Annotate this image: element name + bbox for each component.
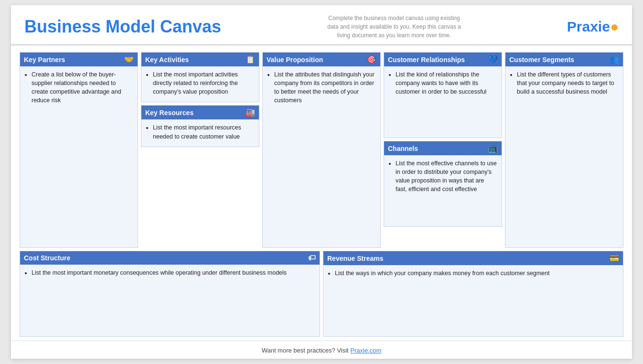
key-activities-header: Key Activities 📋 xyxy=(141,53,259,66)
logo: Praxie● xyxy=(567,19,619,35)
cost-structure-item: List the most important monetary consequ… xyxy=(32,268,315,277)
customer-segments-cell: Customer Segments 👥 List the different t… xyxy=(505,52,623,248)
value-proposition-body: List the attributes that distinguish you… xyxy=(263,66,380,247)
value-proposition-header: Value Proposition 🎯 xyxy=(263,53,380,66)
key-resources-cell: Key Resources 🏭 List the most important … xyxy=(141,105,259,147)
customer-segments-header: Customer Segments 👥 xyxy=(505,53,623,66)
col-cr-ch: Customer Relationships 💙 List the kind o… xyxy=(384,52,502,248)
customer-segments-icon: 👥 xyxy=(610,55,619,64)
key-partners-item: Create a list below of the buyer-supplie… xyxy=(32,70,133,105)
footer: Want more best practices? Visit Praxie.c… xyxy=(11,341,632,359)
revenue-streams-header: Revenue Streams 💳 xyxy=(323,251,623,265)
key-activities-icon: 📋 xyxy=(246,55,255,64)
canvas-area: Key Partners 🤝 Create a list below of th… xyxy=(11,45,632,337)
value-proposition-title: Value Proposition xyxy=(267,56,323,64)
key-partners-header: Key Partners 🤝 xyxy=(20,53,138,66)
customer-segments-title: Customer Segments xyxy=(509,56,574,64)
customer-segments-body: List the different types of customers th… xyxy=(505,66,623,247)
channels-cell: Channels 📺 List the most effective chann… xyxy=(384,141,502,227)
revenue-streams-cell: Revenue Streams 💳 List the ways in which… xyxy=(323,251,623,337)
key-activities-title: Key Activities xyxy=(145,56,189,64)
page-wrapper: Business Model Canvas Complete the busin… xyxy=(11,5,632,359)
customer-relationships-cell: Customer Relationships 💙 List the kind o… xyxy=(384,52,502,138)
logo-text: Praxie xyxy=(567,19,610,34)
key-activities-item: List the most important activities direc… xyxy=(153,70,254,96)
channels-header: Channels 📺 xyxy=(384,141,502,155)
channels-title: Channels xyxy=(388,145,418,152)
key-resources-header: Key Resources 🏭 xyxy=(141,106,259,119)
bottom-grid: Cost Structure 🏷 List the most important… xyxy=(20,251,623,337)
key-resources-item: List the most important resources needed… xyxy=(153,123,254,140)
revenue-streams-item: List the ways in which your company make… xyxy=(335,269,618,278)
key-resources-body: List the most important resources needed… xyxy=(141,119,259,146)
channels-icon: 📺 xyxy=(488,144,498,153)
channels-item: List the most effective channels to use … xyxy=(396,159,497,194)
top-grid: Key Partners 🤝 Create a list below of th… xyxy=(20,52,623,248)
header: Business Model Canvas Complete the busin… xyxy=(11,5,632,45)
cost-structure-header: Cost Structure 🏷 xyxy=(20,251,320,265)
customer-relationships-title: Customer Relationships xyxy=(388,56,465,64)
key-partners-cell: Key Partners 🤝 Create a list below of th… xyxy=(20,52,138,248)
customer-relationships-body: List the kind of relationships the compa… xyxy=(384,66,502,138)
revenue-streams-title: Revenue Streams xyxy=(327,255,384,262)
cost-structure-body: List the most important monetary consequ… xyxy=(20,265,320,336)
channels-body: List the most effective channels to use … xyxy=(384,155,502,226)
col-middle: Key Activities 📋 List the most important… xyxy=(141,52,259,248)
key-activities-body: List the most important activities direc… xyxy=(141,66,259,102)
key-partners-title: Key Partners xyxy=(24,56,65,64)
footer-link[interactable]: Praxie.com xyxy=(350,347,381,354)
key-partners-body: Create a list below of the buyer-supplie… xyxy=(20,66,138,247)
revenue-streams-body: List the ways in which your company make… xyxy=(323,265,623,336)
value-proposition-cell: Value Proposition 🎯 List the attributes … xyxy=(262,52,381,248)
cost-structure-title: Cost Structure xyxy=(24,254,70,262)
customer-relationships-item: List the kind of relationships the compa… xyxy=(396,70,497,96)
header-subtitle: Complete the business model canvas using… xyxy=(327,14,461,40)
cost-structure-icon: 🏷 xyxy=(308,254,316,262)
logo-dot: ● xyxy=(610,19,619,34)
key-resources-icon: 🏭 xyxy=(246,108,255,117)
customer-relationships-header: Customer Relationships 💙 xyxy=(384,53,502,66)
value-proposition-icon: 🎯 xyxy=(367,55,376,64)
key-partners-icon: 🤝 xyxy=(124,55,134,64)
customer-relationships-icon: 💙 xyxy=(488,55,498,64)
key-activities-cell: Key Activities 📋 List the most important… xyxy=(141,52,259,102)
customer-segments-item: List the different types of customers th… xyxy=(517,70,618,96)
cost-structure-cell: Cost Structure 🏷 List the most important… xyxy=(20,251,320,337)
value-proposition-item: List the attributes that distinguish you… xyxy=(274,70,375,105)
key-resources-title: Key Resources xyxy=(145,109,193,117)
revenue-streams-icon: 💳 xyxy=(610,254,619,263)
footer-text: Want more best practices? Visit xyxy=(262,347,351,354)
page-title: Business Model Canvas xyxy=(24,17,221,37)
